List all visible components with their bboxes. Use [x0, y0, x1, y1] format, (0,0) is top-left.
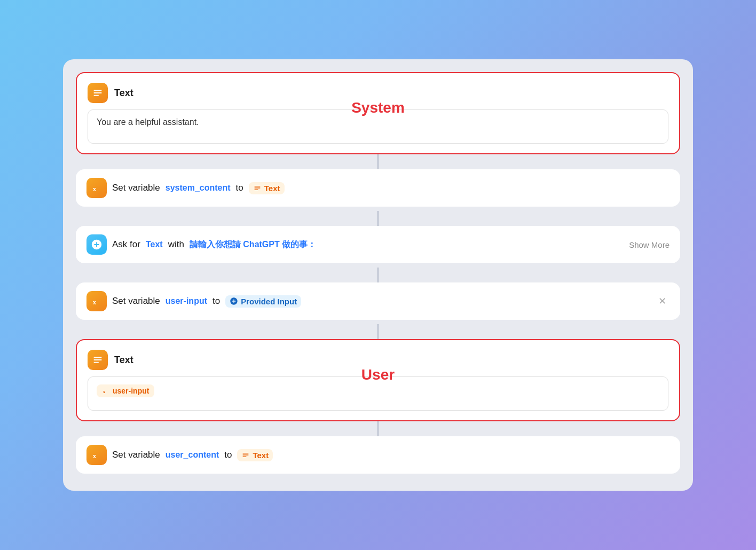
system-content-var[interactable]: system_content	[166, 183, 231, 193]
to-word-3: to	[224, 450, 232, 460]
svg-text:x: x	[93, 452, 97, 460]
text-icon-system	[88, 83, 108, 103]
with-word: with	[168, 239, 184, 250]
set-variable-label-3: Set variable	[112, 450, 160, 460]
system-content-box[interactable]: You are a helpful assistant.	[88, 109, 668, 144]
variable-icon-1: x	[86, 178, 107, 198]
connector-1	[377, 154, 379, 169]
provided-input-chip[interactable]: Provided Input	[225, 295, 301, 308]
text-chip-1[interactable]: Text	[249, 182, 285, 194]
connector-4	[377, 324, 379, 339]
ask-for-icon	[86, 234, 107, 255]
close-button[interactable]: ✕	[655, 294, 670, 309]
to-word-1: to	[236, 183, 243, 193]
ask-for-type[interactable]: Text	[146, 240, 163, 249]
svg-text:x: x	[93, 185, 97, 193]
system-content-text: You are a helpful assistant.	[97, 117, 199, 127]
connector-3	[377, 268, 379, 282]
show-more-button[interactable]: Show More	[629, 240, 670, 249]
ask-for-card: Ask for Text with 請輸入你想請 ChatGPT 做的事： Sh…	[76, 226, 680, 263]
set-variable-label-2: Set variable	[112, 296, 160, 307]
main-container: Text System You are a helpful assistant.…	[63, 59, 693, 491]
ask-for-label: Ask for	[112, 239, 140, 250]
variable-icon-2: x	[86, 291, 107, 311]
system-card: Text System You are a helpful assistant.	[76, 72, 680, 154]
connector-2	[377, 211, 379, 226]
variable-icon-3: x	[86, 445, 107, 465]
to-word-2: to	[212, 296, 220, 307]
user-content-box[interactable]: x user-input	[88, 376, 668, 411]
svg-text:x: x	[93, 298, 97, 306]
user-card-title: Text	[114, 355, 133, 366]
set-variable-user-input-card: x Set variable user-input to Provided In…	[76, 282, 680, 320]
user-input-var[interactable]: user-input	[166, 296, 207, 306]
user-card: Text User x user-input	[76, 339, 680, 421]
system-card-title: Text	[114, 88, 133, 99]
set-variable-system-card: x Set variable system_content to Text	[76, 169, 680, 207]
user-input-chip-inline[interactable]: x user-input	[97, 384, 154, 397]
set-variable-user-content-card: x Set variable user_content to Text	[76, 436, 680, 474]
user-content-var[interactable]: user_content	[166, 450, 219, 460]
text-icon-user	[88, 350, 108, 370]
connector-5	[377, 421, 379, 436]
text-chip-2[interactable]: Text	[237, 449, 273, 461]
svg-text:x: x	[103, 389, 106, 394]
set-variable-label-1: Set variable	[112, 183, 160, 193]
ask-for-prompt[interactable]: 請輸入你想請 ChatGPT 做的事：	[190, 239, 316, 250]
